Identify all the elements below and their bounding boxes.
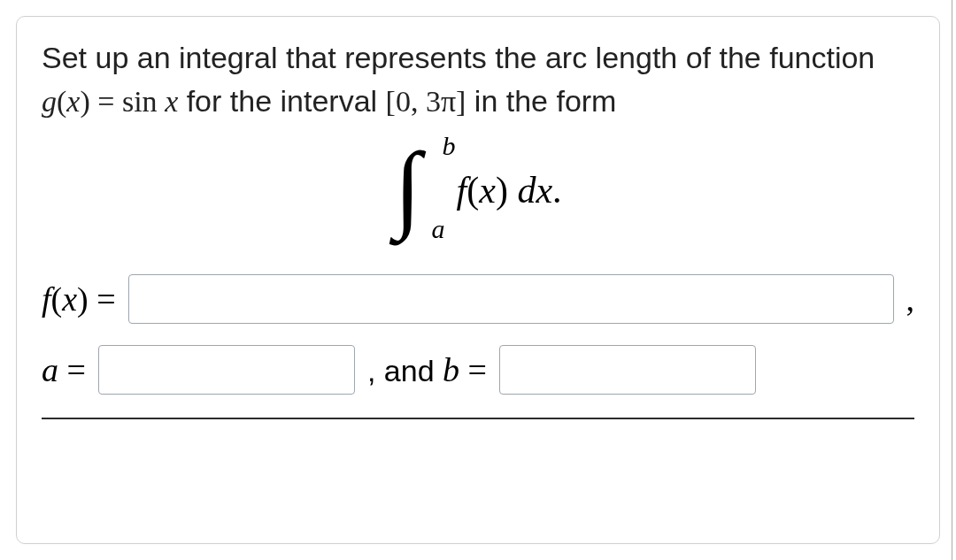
integral-wrap: ∫ b a f(x) dx.	[394, 142, 561, 239]
a-var: a	[42, 351, 58, 388]
answer-row-ab: a = , and b =	[42, 345, 914, 395]
prompt-post: in the form	[466, 84, 616, 118]
g-name: g	[42, 85, 57, 118]
prompt-mid: for the interval	[178, 84, 385, 118]
eq-sign: =	[90, 85, 122, 118]
fx-label-f: f	[42, 280, 51, 318]
a-label: a =	[42, 350, 86, 389]
prompt-pre: Set up an integral that represents the a…	[42, 41, 875, 74]
integrand: f(x) dx.	[457, 169, 562, 211]
integral-upper-limit: b	[442, 131, 455, 161]
g-arg: x	[66, 85, 80, 118]
b-eq: =	[459, 351, 487, 388]
fx-label-x: x	[62, 280, 77, 318]
sin-text: sin	[122, 85, 158, 118]
answer-row-fx: f(x) = ,	[42, 274, 914, 324]
conj-and: , and b =	[367, 350, 487, 389]
close-paren: )	[80, 85, 89, 118]
sin-x: x	[158, 85, 179, 118]
integrand-dx: dx	[508, 170, 552, 211]
integrand-close: )	[496, 170, 508, 211]
fx-label: f(x) =	[42, 280, 116, 318]
page-right-border	[952, 0, 952, 560]
fx-input[interactable]	[128, 274, 894, 324]
integrand-f: f	[457, 170, 467, 211]
fx-label-eq: =	[89, 280, 116, 318]
b-var: b	[443, 351, 459, 388]
question-prompt: Set up an integral that represents the a…	[42, 36, 914, 124]
a-input[interactable]	[98, 345, 355, 395]
integrand-x: x	[479, 170, 496, 211]
integral-lower-limit: a	[431, 214, 444, 244]
fx-trailing-comma: ,	[906, 280, 915, 318]
interval-text: [0, 3π]	[386, 85, 466, 118]
integrand-open: (	[466, 170, 479, 211]
question-card: Set up an integral that represents the a…	[16, 16, 940, 544]
open-paren: (	[57, 85, 66, 118]
conj-text: , and	[367, 354, 443, 387]
integrand-dot: .	[552, 170, 562, 211]
divider	[42, 418, 914, 419]
b-input[interactable]	[499, 345, 756, 395]
integral-display: ∫ b a f(x) dx.	[42, 142, 914, 239]
integral-sign-icon: ∫	[394, 138, 420, 235]
a-eq: =	[58, 351, 86, 388]
